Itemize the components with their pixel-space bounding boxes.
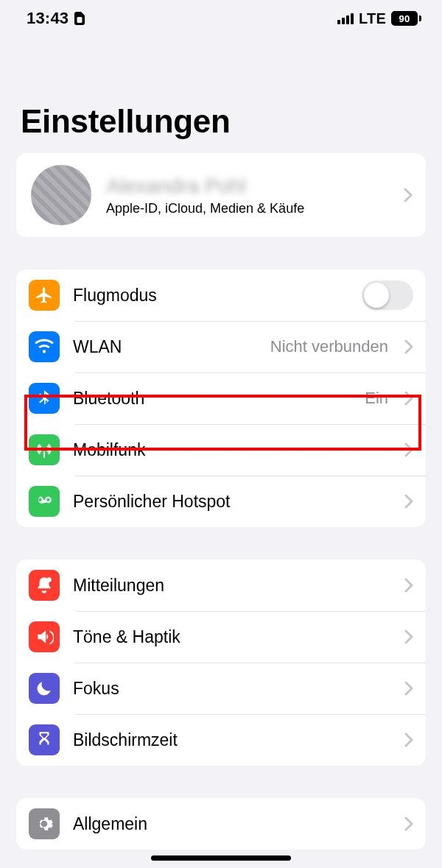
battery-level: 90 (391, 11, 418, 26)
bell-icon (29, 570, 60, 601)
gear-icon (29, 808, 60, 839)
row-value: Ein (365, 389, 388, 408)
row-label: Persönlicher Hotspot (73, 492, 391, 512)
chevron-right-icon (404, 816, 413, 831)
status-bar: 13:43 LTE 90 (0, 0, 442, 34)
chevron-right-icon (404, 733, 413, 747)
apple-id-row[interactable]: Alexandra Pohl Apple-ID, iCloud, Medien … (16, 153, 426, 237)
chevron-right-icon (404, 339, 413, 354)
hotspot-icon (29, 486, 60, 517)
cellular-row[interactable]: Mobilfunk (16, 424, 426, 476)
sim-icon (74, 12, 85, 25)
airplane-mode-toggle[interactable] (362, 280, 413, 310)
row-label: Mitteilungen (73, 576, 391, 596)
home-indicator[interactable] (151, 855, 291, 861)
speaker-icon (29, 621, 60, 652)
cellular-signal-icon (337, 13, 354, 24)
chevron-right-icon (404, 578, 413, 593)
avatar (31, 165, 91, 225)
status-time: 13:43 (27, 9, 69, 28)
notifications-group: Mitteilungen Töne & Haptik Fokus Bildsch… (16, 560, 426, 766)
airplane-mode-row[interactable]: Flugmodus (16, 269, 426, 321)
hourglass-icon (29, 724, 60, 755)
row-label: Töne & Haptik (73, 627, 391, 647)
row-label: WLAN (73, 337, 257, 357)
wlan-row[interactable]: WLAN Nicht verbunden (16, 321, 426, 373)
airplane-icon (29, 280, 60, 311)
profile-name: Alexandra Pohl (106, 174, 389, 198)
row-label: Fokus (73, 679, 391, 699)
svg-point-1 (46, 577, 52, 582)
battery-indicator: 90 (391, 11, 421, 26)
row-value: Nicht verbunden (270, 337, 388, 356)
bluetooth-icon (29, 383, 60, 414)
chevron-right-icon (404, 494, 413, 509)
chevron-right-icon (404, 391, 413, 406)
general-group: Allgemein (16, 798, 426, 850)
moon-icon (29, 673, 60, 704)
profile-card: Alexandra Pohl Apple-ID, iCloud, Medien … (16, 153, 426, 237)
chevron-right-icon (404, 681, 413, 696)
svg-rect-0 (77, 17, 83, 23)
page-title: Einstellungen (0, 34, 442, 153)
row-label: Flugmodus (73, 286, 348, 306)
status-right: LTE 90 (337, 10, 421, 27)
screentime-row[interactable]: Bildschirmzeit (16, 714, 426, 766)
row-label: Bildschirmzeit (73, 730, 391, 750)
chevron-right-icon (404, 629, 413, 644)
network-type: LTE (359, 10, 386, 27)
row-label: Bluetooth (73, 389, 351, 409)
bluetooth-row[interactable]: Bluetooth Ein (16, 373, 426, 424)
hotspot-row[interactable]: Persönlicher Hotspot (16, 476, 426, 527)
chevron-right-icon (404, 442, 413, 457)
row-label: Allgemein (73, 814, 391, 834)
chevron-right-icon (404, 188, 413, 202)
connectivity-group: Flugmodus WLAN Nicht verbunden Bluetooth… (16, 269, 426, 527)
focus-row[interactable]: Fokus (16, 663, 426, 714)
profile-subtitle: Apple-ID, iCloud, Medien & Käufe (106, 201, 389, 216)
notifications-row[interactable]: Mitteilungen (16, 560, 426, 611)
row-label: Mobilfunk (73, 440, 391, 460)
sounds-row[interactable]: Töne & Haptik (16, 611, 426, 663)
status-left: 13:43 (27, 9, 85, 28)
general-row[interactable]: Allgemein (16, 798, 426, 850)
wifi-icon (29, 331, 60, 362)
antenna-icon (29, 434, 60, 465)
